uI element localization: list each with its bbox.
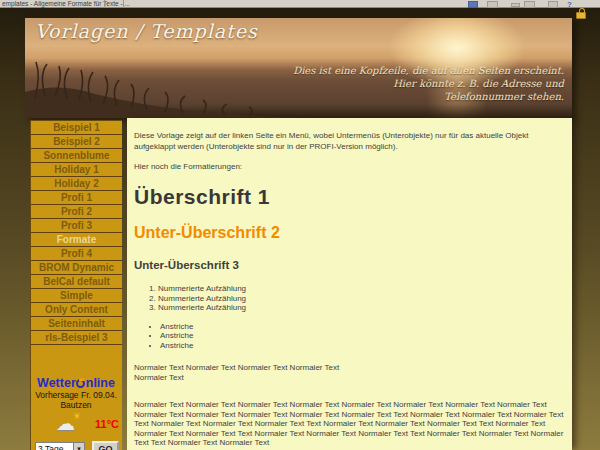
logo-text-nline: nline — [86, 376, 115, 390]
formats-line: Hier noch die Formatierungen: — [134, 161, 564, 172]
tagline-line: Telefonnummer stehen. — [293, 90, 564, 103]
restore-icon[interactable] — [524, 1, 535, 8]
browser-chrome: emplates - Allgemeine Formate für Texte … — [0, 0, 600, 8]
sidebar-item-seiteninhalt[interactable]: Seiteninhalt — [31, 317, 122, 331]
header-banner: Vorlagen / Templates Dies ist eine Kopfz… — [25, 18, 572, 118]
site-title: Vorlagen / Templates — [35, 20, 258, 42]
content-area: Diese Vorlage zeigt auf der linken Seite… — [127, 118, 572, 450]
sidebar-item-holiday-1[interactable]: Holiday 1 — [31, 163, 122, 177]
long-text-paragraph: Normaler Text Normaler Text Normaler Tex… — [134, 400, 571, 448]
window-icon[interactable] — [487, 1, 498, 8]
bullet-list: Anstriche Anstriche Anstriche — [160, 322, 564, 351]
numbered-list-item: Nummerierte Aufzählung — [158, 294, 564, 304]
sidebar-item-profi-1[interactable]: Profi 1 — [31, 191, 122, 205]
forecast-date: Vorhersage Fr. 09.04. — [30, 390, 122, 400]
bullet-list-item: Anstriche — [160, 341, 564, 351]
forecast-city: Bautzen — [30, 400, 122, 410]
logo-text-wetter: Wetter — [37, 376, 76, 390]
sidebar-item-sonnenblume[interactable]: Sonnenblume — [31, 149, 122, 163]
sidebar-item-holiday-2[interactable]: Holiday 2 — [31, 177, 122, 191]
sidebar-item-rls-beispiel-3[interactable]: rls-Beispiel 3 — [31, 331, 122, 345]
app-icon[interactable] — [468, 1, 478, 8]
sidebar-item-beispiel-2[interactable]: Beispiel 2 — [31, 135, 122, 149]
sidebar-item-only-content[interactable]: Only Content — [31, 303, 122, 317]
header-tagline: Dies ist eine Kopfzeile, die auf allen S… — [293, 64, 564, 103]
sidebar-item-beispiel-1[interactable]: Beispiel 1 — [31, 121, 122, 135]
sidebar-item-simple[interactable]: Simple — [31, 289, 122, 303]
toolbar-separator — [104, 0, 124, 8]
cloud-icon: ☁ — [56, 412, 75, 435]
wetteronline-logo[interactable]: Wetternline — [30, 376, 122, 390]
minimize-icon[interactable] — [511, 3, 520, 7]
help-icon[interactable]: ? — [567, 1, 577, 8]
forecast-range-select[interactable]: 3 Tage ▼ — [35, 442, 85, 450]
numbered-list-item: Nummerierte Aufzählung — [158, 303, 564, 313]
normal-text-line: Normaler Text Normaler Text Normaler Tex… — [134, 363, 564, 373]
sidebar-item-profi-2[interactable]: Profi 2 — [31, 205, 122, 219]
heading-3: Unter-Überschrift 3 — [134, 259, 564, 271]
heading-1: Überschrift 1 — [134, 185, 564, 209]
bullet-list-item: Anstriche — [160, 331, 564, 341]
sidebar-item-profi-3[interactable]: Profi 3 — [31, 219, 122, 233]
bullet-list-item: Anstriche — [160, 322, 564, 332]
sidebar-item-profi-4[interactable]: Profi 4 — [31, 247, 122, 261]
temperature-value: 11°C — [95, 418, 119, 430]
sun-o-icon — [76, 379, 85, 388]
cloud-sun-icon: ☀ ☁ — [56, 412, 88, 434]
dune-grass-silhouette — [25, 60, 315, 118]
lock-icon — [576, 12, 586, 19]
tagline-line: Hier könnte z. B. die Adresse und — [293, 77, 564, 90]
sidebar-item-belcal-default[interactable]: BelCal default — [31, 275, 122, 289]
tagline-line: Dies ist eine Kopfzeile, die auf allen S… — [293, 64, 564, 77]
selected-range-value: 3 Tage — [36, 444, 73, 450]
numbered-list: Nummerierte Aufzählung Nummerierte Aufzä… — [158, 284, 564, 313]
numbered-list-item: Nummerierte Aufzählung — [158, 284, 564, 294]
normal-text-block: Normaler Text Normaler Text Normaler Tex… — [134, 363, 564, 383]
intro-paragraph: Diese Vorlage zeigt auf der linken Seite… — [134, 130, 568, 152]
go-button[interactable]: GO — [92, 441, 119, 450]
heading-2: Unter-Überschrift 2 — [134, 224, 564, 242]
normal-text-line: Normaler Text — [134, 373, 564, 383]
dropdown-arrow-icon[interactable]: ▼ — [73, 443, 84, 450]
weather-widget: Wetternline Vorhersage Fr. 09.04. Bautze… — [30, 376, 122, 450]
page-icon[interactable] — [548, 1, 558, 8]
sidebar-item-brom-dynamic[interactable]: BROM Dynamic — [31, 261, 122, 275]
sidebar-item-formate[interactable]: Formate — [31, 233, 122, 247]
